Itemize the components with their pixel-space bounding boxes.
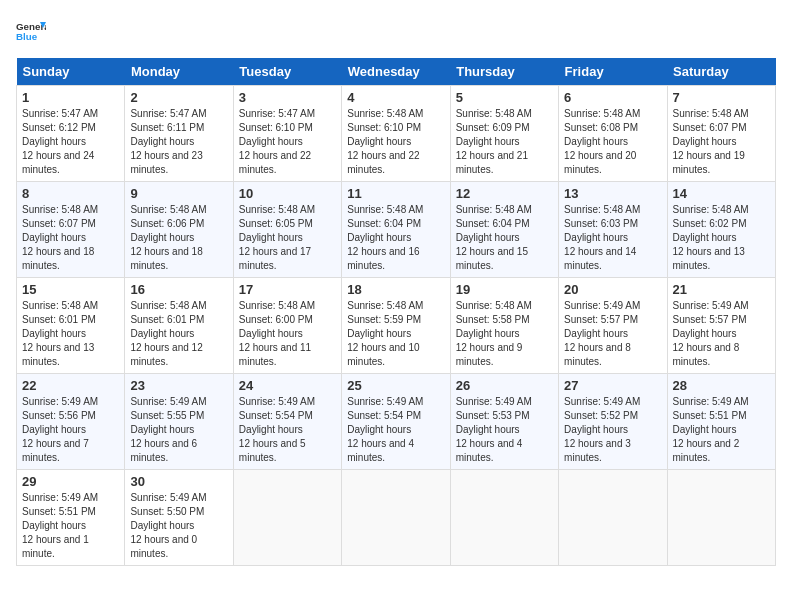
day-number: 29 — [22, 474, 119, 489]
day-info: Sunrise: 5:48 AMSunset: 6:05 PMDaylight … — [239, 203, 336, 273]
calendar-cell: 26 Sunrise: 5:49 AMSunset: 5:53 PMDaylig… — [450, 374, 558, 470]
day-info: Sunrise: 5:49 AMSunset: 5:52 PMDaylight … — [564, 395, 661, 465]
day-number: 13 — [564, 186, 661, 201]
calendar-cell: 16 Sunrise: 5:48 AMSunset: 6:01 PMDaylig… — [125, 278, 233, 374]
calendar-cell: 30 Sunrise: 5:49 AMSunset: 5:50 PMDaylig… — [125, 470, 233, 566]
day-info: Sunrise: 5:49 AMSunset: 5:51 PMDaylight … — [22, 491, 119, 561]
header-row: SundayMondayTuesdayWednesdayThursdayFrid… — [17, 58, 776, 86]
day-info: Sunrise: 5:48 AMSunset: 6:00 PMDaylight … — [239, 299, 336, 369]
day-info: Sunrise: 5:48 AMSunset: 6:07 PMDaylight … — [22, 203, 119, 273]
day-info: Sunrise: 5:48 AMSunset: 5:58 PMDaylight … — [456, 299, 553, 369]
calendar-cell: 5 Sunrise: 5:48 AMSunset: 6:09 PMDayligh… — [450, 86, 558, 182]
calendar-cell: 23 Sunrise: 5:49 AMSunset: 5:55 PMDaylig… — [125, 374, 233, 470]
day-number: 8 — [22, 186, 119, 201]
day-info: Sunrise: 5:47 AMSunset: 6:10 PMDaylight … — [239, 107, 336, 177]
calendar-cell — [342, 470, 450, 566]
day-info: Sunrise: 5:47 AMSunset: 6:12 PMDaylight … — [22, 107, 119, 177]
logo: General Blue — [16, 16, 46, 46]
day-number: 25 — [347, 378, 444, 393]
col-header-friday: Friday — [559, 58, 667, 86]
day-number: 20 — [564, 282, 661, 297]
day-number: 9 — [130, 186, 227, 201]
calendar-cell: 18 Sunrise: 5:48 AMSunset: 5:59 PMDaylig… — [342, 278, 450, 374]
day-info: Sunrise: 5:48 AMSunset: 6:04 PMDaylight … — [456, 203, 553, 273]
calendar-cell: 20 Sunrise: 5:49 AMSunset: 5:57 PMDaylig… — [559, 278, 667, 374]
calendar-cell: 6 Sunrise: 5:48 AMSunset: 6:08 PMDayligh… — [559, 86, 667, 182]
calendar-cell — [233, 470, 341, 566]
calendar-cell: 15 Sunrise: 5:48 AMSunset: 6:01 PMDaylig… — [17, 278, 125, 374]
day-info: Sunrise: 5:48 AMSunset: 6:09 PMDaylight … — [456, 107, 553, 177]
calendar-cell: 21 Sunrise: 5:49 AMSunset: 5:57 PMDaylig… — [667, 278, 775, 374]
calendar-cell: 9 Sunrise: 5:48 AMSunset: 6:06 PMDayligh… — [125, 182, 233, 278]
calendar-cell: 4 Sunrise: 5:48 AMSunset: 6:10 PMDayligh… — [342, 86, 450, 182]
day-info: Sunrise: 5:49 AMSunset: 5:57 PMDaylight … — [673, 299, 770, 369]
calendar-cell: 2 Sunrise: 5:47 AMSunset: 6:11 PMDayligh… — [125, 86, 233, 182]
col-header-tuesday: Tuesday — [233, 58, 341, 86]
calendar-cell: 28 Sunrise: 5:49 AMSunset: 5:51 PMDaylig… — [667, 374, 775, 470]
calendar-cell: 14 Sunrise: 5:48 AMSunset: 6:02 PMDaylig… — [667, 182, 775, 278]
day-info: Sunrise: 5:48 AMSunset: 6:02 PMDaylight … — [673, 203, 770, 273]
calendar-cell — [667, 470, 775, 566]
week-row: 22 Sunrise: 5:49 AMSunset: 5:56 PMDaylig… — [17, 374, 776, 470]
logo-icon: General Blue — [16, 16, 46, 46]
day-info: Sunrise: 5:48 AMSunset: 6:03 PMDaylight … — [564, 203, 661, 273]
svg-text:Blue: Blue — [16, 31, 38, 42]
calendar-table: SundayMondayTuesdayWednesdayThursdayFrid… — [16, 58, 776, 566]
day-number: 5 — [456, 90, 553, 105]
day-number: 28 — [673, 378, 770, 393]
calendar-cell: 25 Sunrise: 5:49 AMSunset: 5:54 PMDaylig… — [342, 374, 450, 470]
day-number: 30 — [130, 474, 227, 489]
day-info: Sunrise: 5:49 AMSunset: 5:55 PMDaylight … — [130, 395, 227, 465]
page-header: General Blue — [16, 16, 776, 46]
calendar-cell: 12 Sunrise: 5:48 AMSunset: 6:04 PMDaylig… — [450, 182, 558, 278]
calendar-cell: 22 Sunrise: 5:49 AMSunset: 5:56 PMDaylig… — [17, 374, 125, 470]
day-info: Sunrise: 5:47 AMSunset: 6:11 PMDaylight … — [130, 107, 227, 177]
day-info: Sunrise: 5:48 AMSunset: 6:01 PMDaylight … — [130, 299, 227, 369]
day-info: Sunrise: 5:48 AMSunset: 6:06 PMDaylight … — [130, 203, 227, 273]
day-number: 3 — [239, 90, 336, 105]
day-number: 18 — [347, 282, 444, 297]
week-row: 1 Sunrise: 5:47 AMSunset: 6:12 PMDayligh… — [17, 86, 776, 182]
day-info: Sunrise: 5:48 AMSunset: 5:59 PMDaylight … — [347, 299, 444, 369]
week-row: 8 Sunrise: 5:48 AMSunset: 6:07 PMDayligh… — [17, 182, 776, 278]
week-row: 15 Sunrise: 5:48 AMSunset: 6:01 PMDaylig… — [17, 278, 776, 374]
calendar-cell: 7 Sunrise: 5:48 AMSunset: 6:07 PMDayligh… — [667, 86, 775, 182]
col-header-wednesday: Wednesday — [342, 58, 450, 86]
col-header-thursday: Thursday — [450, 58, 558, 86]
day-number: 27 — [564, 378, 661, 393]
calendar-cell: 1 Sunrise: 5:47 AMSunset: 6:12 PMDayligh… — [17, 86, 125, 182]
day-number: 6 — [564, 90, 661, 105]
calendar-cell: 29 Sunrise: 5:49 AMSunset: 5:51 PMDaylig… — [17, 470, 125, 566]
calendar-cell: 19 Sunrise: 5:48 AMSunset: 5:58 PMDaylig… — [450, 278, 558, 374]
day-info: Sunrise: 5:48 AMSunset: 6:04 PMDaylight … — [347, 203, 444, 273]
col-header-sunday: Sunday — [17, 58, 125, 86]
calendar-cell: 8 Sunrise: 5:48 AMSunset: 6:07 PMDayligh… — [17, 182, 125, 278]
calendar-cell: 27 Sunrise: 5:49 AMSunset: 5:52 PMDaylig… — [559, 374, 667, 470]
day-info: Sunrise: 5:49 AMSunset: 5:57 PMDaylight … — [564, 299, 661, 369]
day-number: 16 — [130, 282, 227, 297]
day-number: 10 — [239, 186, 336, 201]
day-number: 24 — [239, 378, 336, 393]
day-number: 17 — [239, 282, 336, 297]
calendar-cell: 3 Sunrise: 5:47 AMSunset: 6:10 PMDayligh… — [233, 86, 341, 182]
day-number: 23 — [130, 378, 227, 393]
calendar-cell — [450, 470, 558, 566]
day-info: Sunrise: 5:48 AMSunset: 6:08 PMDaylight … — [564, 107, 661, 177]
day-info: Sunrise: 5:48 AMSunset: 6:01 PMDaylight … — [22, 299, 119, 369]
day-number: 14 — [673, 186, 770, 201]
day-info: Sunrise: 5:49 AMSunset: 5:51 PMDaylight … — [673, 395, 770, 465]
day-number: 22 — [22, 378, 119, 393]
calendar-cell: 10 Sunrise: 5:48 AMSunset: 6:05 PMDaylig… — [233, 182, 341, 278]
day-number: 11 — [347, 186, 444, 201]
calendar-cell: 24 Sunrise: 5:49 AMSunset: 5:54 PMDaylig… — [233, 374, 341, 470]
day-info: Sunrise: 5:48 AMSunset: 6:10 PMDaylight … — [347, 107, 444, 177]
calendar-cell: 17 Sunrise: 5:48 AMSunset: 6:00 PMDaylig… — [233, 278, 341, 374]
col-header-monday: Monday — [125, 58, 233, 86]
day-number: 4 — [347, 90, 444, 105]
calendar-cell: 11 Sunrise: 5:48 AMSunset: 6:04 PMDaylig… — [342, 182, 450, 278]
day-info: Sunrise: 5:48 AMSunset: 6:07 PMDaylight … — [673, 107, 770, 177]
day-info: Sunrise: 5:49 AMSunset: 5:50 PMDaylight … — [130, 491, 227, 561]
day-info: Sunrise: 5:49 AMSunset: 5:54 PMDaylight … — [239, 395, 336, 465]
day-number: 2 — [130, 90, 227, 105]
day-info: Sunrise: 5:49 AMSunset: 5:54 PMDaylight … — [347, 395, 444, 465]
